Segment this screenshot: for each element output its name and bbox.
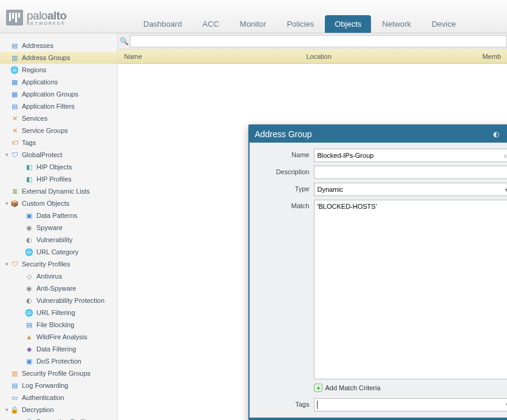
- sidebar-item-label: Application Groups: [22, 90, 78, 98]
- twisty-icon[interactable]: ▾: [4, 407, 10, 413]
- twisty-icon[interactable]: ▾: [4, 152, 10, 158]
- chevron-down-icon[interactable]: ▾: [502, 185, 507, 194]
- sidebar-item-hip-objects[interactable]: ◧HIP Objects: [0, 161, 117, 173]
- sidebar-item-service-groups[interactable]: ✕Service Groups: [0, 124, 117, 137]
- sidebar-item-address-groups[interactable]: ▥Address Groups: [0, 52, 117, 64]
- sidebar-item-applications[interactable]: ▦Applications: [0, 76, 117, 88]
- match-textarea[interactable]: 'BLOCKED-HOSTS': [314, 200, 507, 379]
- help-icon[interactable]: ◐: [491, 129, 501, 139]
- sidebar-item-anti-spyware[interactable]: ◉Anti-Spyware: [0, 282, 117, 294]
- url-icon: 🌐: [24, 308, 34, 317]
- sidebar-item-vulnerability[interactable]: ◐Vulnerability: [0, 234, 117, 246]
- sidebar-item-label: Spyware: [36, 224, 63, 231]
- sidebar-item-addresses[interactable]: ▤Addresses: [0, 39, 117, 52]
- plus-icon: +: [314, 384, 322, 392]
- sidebar-item-wildfire-analysis[interactable]: ▲WildFire Analysis: [0, 331, 117, 343]
- col-location[interactable]: Location: [300, 53, 476, 60]
- sidebar-item-vulnerability-protection[interactable]: ◐Vulnerability Protection: [0, 294, 117, 307]
- card-icon[interactable]: ▭: [502, 151, 507, 160]
- tab-dashboard[interactable]: Dashboard: [134, 15, 192, 33]
- sidebar-item-label: GlobalProtect: [22, 151, 63, 158]
- label-type: Type: [256, 183, 314, 196]
- hip-icon: ◧: [24, 174, 34, 184]
- lock-icon: 🔒: [10, 405, 19, 415]
- sidebar-item-external-dynamic-lists[interactable]: ≣External Dynamic Lists: [0, 185, 117, 197]
- sidebar-item-tags[interactable]: 🏷Tags: [0, 137, 117, 149]
- sidebar-item-file-blocking[interactable]: ▤File Blocking: [0, 319, 117, 331]
- grid-icon: ▦: [10, 77, 19, 87]
- shield-icon: 🛡: [10, 150, 19, 160]
- sidebar-item-label: Log Forwarding: [22, 382, 68, 389]
- label-match: Match: [256, 200, 314, 395]
- log-icon: ▤: [10, 381, 19, 390]
- sidebar-item-label: Service Groups: [22, 127, 68, 134]
- wrench-icon: ✕: [10, 113, 19, 123]
- search-icon: 🔍: [118, 37, 130, 46]
- tab-objects[interactable]: Objects: [325, 15, 371, 33]
- label-tags: Tags: [256, 398, 314, 412]
- twisty-icon[interactable]: ▾: [4, 200, 10, 206]
- address-group-dialog: Address Group ◐ ▣ Name ▭: [248, 124, 507, 420]
- sidebar-item-application-filters[interactable]: ▤Application Filters: [0, 100, 117, 112]
- sidebar-item-dos-protection[interactable]: ▣DoS Protection: [0, 355, 117, 367]
- sidebar-item-label: Regions: [22, 66, 46, 73]
- sidebar-item-antivirus[interactable]: ◇Antivirus: [0, 270, 117, 282]
- tab-device[interactable]: Device: [422, 15, 466, 33]
- tab-network[interactable]: Network: [372, 15, 421, 33]
- col-name[interactable]: Name: [118, 53, 300, 60]
- bug-icon: ◉: [24, 283, 34, 293]
- tab-acc[interactable]: ACC: [193, 15, 229, 33]
- type-select[interactable]: [314, 183, 507, 196]
- filter-icon: ▤: [10, 101, 19, 111]
- dialog-title: Address Group: [254, 129, 311, 139]
- sidebar-item-custom-objects[interactable]: ▾📦Custom Objects: [0, 197, 117, 209]
- twisty-icon[interactable]: ▾: [4, 261, 10, 267]
- name-input[interactable]: [314, 149, 507, 162]
- sidebar-item-label: Vulnerability Protection: [36, 297, 104, 304]
- sidebar-item-security-profile-groups[interactable]: ▥Security Profile Groups: [0, 367, 117, 379]
- group-icon: ▥: [10, 368, 19, 378]
- sidebar-item-security-profiles[interactable]: ▾🛡Security Profiles: [0, 258, 117, 270]
- search-input[interactable]: [130, 35, 507, 47]
- tags-select[interactable]: ▾: [314, 398, 507, 412]
- sidebar-item-label: Authentication: [22, 394, 64, 401]
- hip-icon: ◧: [24, 162, 34, 172]
- sidebar-item-hip-profiles[interactable]: ◧HIP Profiles: [0, 173, 117, 185]
- box-icon: 📦: [10, 198, 19, 208]
- sidebar-item-decryption-profile[interactable]: 🔒Decryption Profile: [0, 416, 117, 420]
- col-members[interactable]: Memb: [476, 53, 507, 60]
- sidebar-item-label: HIP Objects: [36, 163, 72, 171]
- vuln-icon: ◐: [24, 235, 34, 245]
- auth-icon: ▭: [10, 393, 19, 402]
- description-input[interactable]: [314, 166, 507, 179]
- sidebar-item-log-forwarding[interactable]: ▤Log Forwarding: [0, 379, 117, 391]
- sidebar-item-label: Data Filtering: [36, 345, 76, 353]
- sidebar-item-label: Decryption: [22, 406, 54, 413]
- tab-policies[interactable]: Policies: [277, 15, 324, 33]
- add-match-criteria-link[interactable]: + Add Match Criteria: [314, 381, 507, 395]
- sidebar-item-decryption[interactable]: ▾🔒Decryption: [0, 404, 117, 416]
- tab-monitor[interactable]: Monitor: [230, 15, 276, 33]
- sidebar-item-label: HIP Profiles: [36, 175, 72, 183]
- sidebar-item-label: Addresses: [22, 42, 53, 49]
- shield-icon: 🛡: [10, 259, 19, 269]
- expand-icon[interactable]: ▣: [505, 129, 507, 139]
- sidebar-item-regions[interactable]: 🌐Regions: [0, 64, 117, 76]
- sidebar-item-label: Security Profile Groups: [22, 370, 90, 377]
- sidebar-item-url-filtering[interactable]: 🌐URL Filtering: [0, 307, 117, 319]
- sidebar-item-spyware[interactable]: ◉Spyware: [0, 222, 117, 234]
- main-tabs: DashboardACCMonitorPoliciesObjectsNetwor…: [134, 0, 467, 33]
- sidebar-item-application-groups[interactable]: ▦Application Groups: [0, 88, 117, 100]
- sidebar-item-globalprotect[interactable]: ▾🛡GlobalProtect: [0, 149, 117, 161]
- sidebar-item-data-filtering[interactable]: ◆Data Filtering: [0, 343, 117, 355]
- sidebar-item-services[interactable]: ✕Services: [0, 112, 117, 124]
- brand-text: paloalto: [27, 9, 67, 22]
- file-icon: ▤: [24, 320, 34, 330]
- doc-icon: ▣: [24, 211, 34, 220]
- dialog-titlebar[interactable]: Address Group ◐ ▣: [248, 124, 507, 143]
- sidebar-item-label: Application Filters: [22, 103, 75, 110]
- sidebar-item-data-patterns[interactable]: ▣Data Patterns: [0, 209, 117, 222]
- av-icon: ◇: [24, 271, 34, 281]
- sidebar-item-authentication[interactable]: ▭Authentication: [0, 391, 117, 404]
- sidebar-item-url-category[interactable]: 🌐URL Category: [0, 246, 117, 258]
